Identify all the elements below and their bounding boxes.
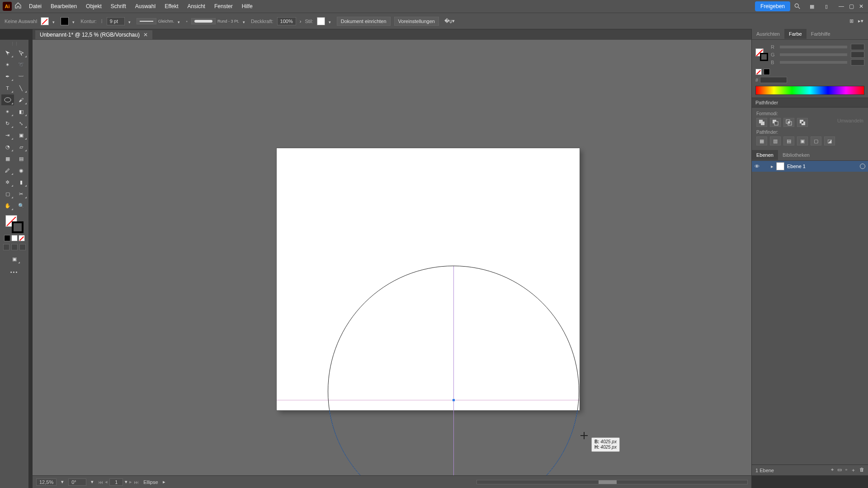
zoom-dropdown-icon[interactable]: ▾ xyxy=(61,479,64,485)
document-setup-button[interactable]: Dokument einrichten xyxy=(337,17,391,26)
pen-tool[interactable]: ✒ xyxy=(1,71,14,82)
artboard-dropdown-icon[interactable]: ▾ xyxy=(125,479,127,485)
g-value[interactable] xyxy=(851,52,864,58)
selection-tool[interactable] xyxy=(1,47,14,58)
tools-more-icon[interactable]: ••• xyxy=(10,269,19,275)
menu-bearbeiten[interactable]: Bearbeiten xyxy=(46,3,81,9)
artboard-index-field[interactable]: 1 xyxy=(109,479,123,486)
panel-stroke-icon[interactable] xyxy=(760,53,768,61)
rotation-field[interactable]: 0° xyxy=(68,479,86,486)
locate-layer-icon[interactable]: ⌖ xyxy=(831,467,834,474)
horizontal-scrollbar[interactable] xyxy=(476,480,748,484)
menu-auswahl[interactable]: Auswahl xyxy=(131,3,160,9)
last-artboard-icon[interactable]: ⏭ xyxy=(134,479,139,485)
zoom-field[interactable]: 12,5% xyxy=(36,479,57,486)
lasso-tool[interactable]: ➰ xyxy=(15,59,28,70)
stroke-weight-dropdown-icon[interactable] xyxy=(128,19,133,23)
trim-icon[interactable]: ▥ xyxy=(770,136,781,145)
eraser-tool[interactable]: ◧ xyxy=(15,106,28,117)
line-tool[interactable]: ╲ xyxy=(15,83,28,94)
align-to-icon[interactable]: �џ▾ xyxy=(444,18,455,24)
stroke-style-dropdown-icon[interactable] xyxy=(178,19,182,23)
menu-datei[interactable]: Datei xyxy=(24,3,46,9)
layer-target-icon[interactable] xyxy=(860,164,865,169)
ellipse-center-handle[interactable] xyxy=(453,399,455,401)
stroke-style-preview[interactable] xyxy=(137,18,156,24)
eyedropper-tool[interactable]: 🖉 xyxy=(1,165,14,176)
gradient-tool[interactable]: ▤ xyxy=(15,153,28,164)
slice-tool[interactable]: ✂ xyxy=(15,188,28,199)
curvature-tool[interactable]: 〰 xyxy=(15,71,28,82)
visibility-icon[interactable]: 👁 xyxy=(755,164,761,169)
tools-grip-icon[interactable]: ⋮⋮ xyxy=(10,42,19,46)
screen-mode-tool[interactable]: ▣ xyxy=(8,253,21,264)
stroke-dropdown-icon[interactable] xyxy=(72,19,77,23)
symbol-sprayer-tool[interactable]: ✲ xyxy=(1,177,14,188)
delete-layer-icon[interactable]: 🗑 xyxy=(859,467,864,474)
tab-bibliotheken[interactable]: Bibliotheken xyxy=(778,150,814,160)
shaper-tool[interactable]: ✴ xyxy=(1,106,14,117)
menu-fenster[interactable]: Fenster xyxy=(210,3,237,9)
new-sublayer-icon[interactable]: ▫ xyxy=(845,467,847,474)
r-value[interactable] xyxy=(851,44,864,50)
status-menu-icon[interactable]: ▸ xyxy=(163,479,165,485)
share-button[interactable]: Freigeben xyxy=(755,1,790,11)
intersect-icon[interactable] xyxy=(783,118,794,127)
graphic-style-swatch[interactable] xyxy=(317,17,325,25)
first-artboard-icon[interactable]: ⏮ xyxy=(98,479,103,485)
direct-selection-tool[interactable] xyxy=(15,47,28,58)
window-maximize-icon[interactable]: ▢ xyxy=(847,3,855,9)
draw-behind-icon[interactable] xyxy=(11,244,18,250)
rotate-tool[interactable]: ↻ xyxy=(1,118,14,129)
menu-hilfe[interactable]: Hilfe xyxy=(237,3,257,9)
fill-dropdown-icon[interactable] xyxy=(52,19,57,23)
brush-profile-preview[interactable] xyxy=(191,18,216,24)
free-transform-tool[interactable]: ▣ xyxy=(15,130,28,141)
perspective-tool[interactable]: ▱ xyxy=(15,141,28,152)
hex-field[interactable] xyxy=(760,77,787,83)
r-slider[interactable] xyxy=(780,46,847,48)
width-tool[interactable]: ⇥ xyxy=(1,130,14,141)
arrange-panel-icon[interactable]: ▯ xyxy=(822,2,831,11)
close-tab-icon[interactable]: ✕ xyxy=(143,32,148,38)
panel-none-swatch[interactable] xyxy=(755,69,762,75)
fill-stroke-control[interactable] xyxy=(5,215,24,233)
tab-farbe[interactable]: Farbe xyxy=(784,29,807,39)
layer-name[interactable]: Ebene 1 xyxy=(787,164,857,169)
tab-ausrichten[interactable]: Ausrichten xyxy=(752,29,784,39)
blend-tool[interactable]: ◉ xyxy=(15,165,28,176)
color-spectrum[interactable] xyxy=(755,86,864,95)
minus-back-icon[interactable]: ◪ xyxy=(824,136,835,145)
window-close-icon[interactable]: ✕ xyxy=(857,3,865,9)
shape-builder-tool[interactable]: ◔ xyxy=(1,141,14,152)
minus-front-icon[interactable] xyxy=(770,118,781,127)
fill-swatch[interactable] xyxy=(41,17,49,25)
exclude-icon[interactable] xyxy=(797,118,808,127)
hand-tool[interactable]: ✋ xyxy=(1,200,14,211)
graph-tool[interactable]: ▮ xyxy=(15,177,28,188)
zoom-tool[interactable]: 🔍 xyxy=(15,200,28,211)
outline-icon[interactable]: ▢ xyxy=(811,136,821,145)
menu-effekt[interactable]: Effekt xyxy=(160,3,183,9)
menu-objekt[interactable]: Objekt xyxy=(81,3,106,9)
opacity-field[interactable]: 100% xyxy=(277,17,296,25)
default-none-swatch[interactable] xyxy=(19,235,25,241)
b-slider[interactable] xyxy=(780,61,847,64)
divide-icon[interactable]: ▦ xyxy=(756,136,767,145)
unite-icon[interactable] xyxy=(756,118,767,127)
merge-icon[interactable]: ▤ xyxy=(783,136,794,145)
graphic-style-dropdown-icon[interactable] xyxy=(329,19,333,23)
crop-icon[interactable]: ▣ xyxy=(797,136,808,145)
mesh-tool[interactable]: ▦ xyxy=(1,153,14,164)
expand-button[interactable]: Umwandeln xyxy=(837,118,863,127)
layer-row[interactable]: 👁 ▸ Ebene 1 xyxy=(752,161,868,172)
panel-fill-stroke[interactable] xyxy=(755,48,768,61)
type-tool[interactable]: T xyxy=(1,83,14,94)
magic-wand-tool[interactable]: ✶ xyxy=(1,59,14,70)
menu-schrift[interactable]: Schrift xyxy=(106,3,131,9)
panel-black-swatch[interactable] xyxy=(764,69,770,75)
menu-ansicht[interactable]: Ansicht xyxy=(183,3,210,9)
next-artboard-icon[interactable]: ▸ xyxy=(129,479,132,485)
home-icon[interactable] xyxy=(14,2,22,11)
default-black-swatch[interactable] xyxy=(4,235,10,241)
